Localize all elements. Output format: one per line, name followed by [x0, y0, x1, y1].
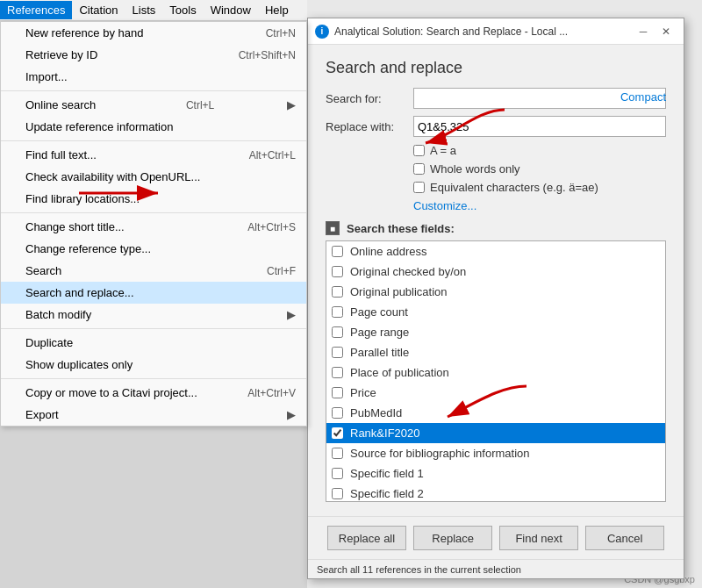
field-checkbox[interactable]	[332, 448, 343, 459]
dialog-titlebar: i Analytical Solution: Search and Replac…	[308, 18, 684, 45]
field-item[interactable]: Source for bibliographic information	[326, 443, 665, 463]
search-replace-dialog: i Analytical Solution: Search and Replac…	[307, 18, 684, 579]
separator-1	[1, 90, 306, 91]
field-checkbox[interactable]	[332, 286, 343, 298]
field-checkbox[interactable]	[332, 488, 343, 499]
dialog-title-text: Analytical Solution: Search and Replace …	[334, 25, 633, 38]
separator-5	[1, 378, 306, 379]
field-item[interactable]: Specific field 2	[326, 484, 665, 502]
dialog-statusbar: Search all 11 references in the current …	[308, 559, 684, 578]
statusbar-text: Search all 11 references in the current …	[317, 564, 521, 575]
replace-with-row: Replace with:	[326, 116, 666, 137]
menu-citation[interactable]: Citation	[72, 1, 125, 19]
checkbox-equivalent-row: Equivalent characters (e.g. ä=ae)	[326, 181, 666, 194]
replace-with-label: Replace with:	[326, 120, 413, 133]
field-checkbox[interactable]	[332, 266, 343, 277]
field-label: Original checked by/on	[350, 265, 466, 278]
menu-item-search[interactable]: Search Ctrl+F	[1, 260, 306, 282]
field-label: Rank&IF2020	[350, 427, 420, 440]
search-fields-section: ■ Search these fields: Online addressOri…	[326, 221, 666, 502]
field-item[interactable]: Specific field 1	[326, 463, 665, 484]
field-item[interactable]: PubMedId	[326, 403, 665, 423]
checkbox-a-equals-a-label: A = a	[430, 144, 456, 157]
search-for-label: Search for:	[326, 92, 413, 105]
field-item[interactable]: Page range	[326, 322, 665, 342]
menu-item-change-short-title[interactable]: Change short title... Alt+Ctrl+S	[1, 216, 306, 238]
compact-link[interactable]: Compact	[620, 90, 666, 104]
field-label: Source for bibliographic information	[350, 447, 530, 460]
field-label: Specific field 1	[350, 467, 424, 480]
find-next-button[interactable]: Find next	[499, 526, 578, 550]
menu-item-find-library[interactable]: Find library locations...	[1, 188, 306, 210]
menu-item-export[interactable]: Export ▶	[1, 404, 306, 426]
field-item[interactable]: Original checked by/on	[326, 262, 665, 282]
menu-item-import[interactable]: Import...	[1, 66, 306, 88]
menu-item-online-search[interactable]: Online search Ctrl+L ▶	[1, 94, 306, 116]
menu-item-retrieve-id[interactable]: Retrieve by ID Ctrl+Shift+N	[1, 44, 306, 66]
checkbox-a-equals-a[interactable]	[413, 145, 425, 156]
field-item[interactable]: Parallel title	[326, 342, 665, 362]
close-button[interactable]: ✕	[655, 23, 677, 40]
checkbox-equivalent-label: Equivalent characters (e.g. ä=ae)	[430, 181, 598, 194]
field-label: Place of publication	[350, 366, 449, 379]
dialog-buttons: Replace all Replace Find next Cancel	[308, 516, 684, 559]
menu-item-find-full-text[interactable]: Find full text... Alt+Ctrl+L	[1, 144, 306, 166]
menu-item-change-reference-type[interactable]: Change reference type...	[1, 238, 306, 260]
replace-button[interactable]: Replace	[413, 526, 492, 550]
menu-item-search-replace[interactable]: Search and replace...	[1, 282, 306, 304]
customize-link[interactable]: Customize...	[326, 199, 666, 212]
field-item[interactable]: Rank&IF2020	[326, 423, 665, 443]
field-checkbox[interactable]	[332, 407, 343, 419]
menu-item-new-reference[interactable]: New reference by hand Ctrl+N	[1, 22, 306, 44]
select-all-fields-checkbox[interactable]: ■	[326, 221, 340, 235]
dialog-icon: i	[315, 25, 329, 39]
separator-3	[1, 212, 306, 213]
checkbox-equivalent[interactable]	[413, 182, 425, 193]
field-checkbox[interactable]	[332, 387, 343, 398]
menu-item-copy-move[interactable]: Copy or move to a Citavi project... Alt+…	[1, 382, 306, 404]
field-item[interactable]: Price	[326, 383, 665, 403]
replace-with-input[interactable]	[413, 116, 666, 137]
menu-help[interactable]: Help	[258, 1, 296, 19]
menu-item-show-duplicates[interactable]: Show duplicates only	[1, 354, 306, 376]
replace-all-button[interactable]: Replace all	[327, 526, 406, 550]
menubar: References Citation Lists Tools Window H…	[0, 0, 307, 21]
checkbox-whole-words[interactable]	[413, 163, 425, 175]
minimize-button[interactable]: ─	[633, 23, 654, 40]
field-item[interactable]: Online address	[326, 241, 665, 262]
field-label: Specific field 2	[350, 487, 424, 500]
field-label: Online address	[350, 245, 426, 258]
menu-references[interactable]: References	[0, 1, 72, 19]
field-item[interactable]: Place of publication	[326, 362, 665, 383]
field-item[interactable]: Page count	[326, 302, 665, 322]
search-for-row: Search for:	[326, 88, 666, 109]
separator-4	[1, 328, 306, 329]
field-label: Parallel title	[350, 346, 409, 359]
field-checkbox[interactable]	[332, 246, 343, 257]
field-label: Page range	[350, 326, 409, 339]
checkbox-whole-words-label: Whole words only	[430, 162, 520, 176]
fields-list[interactable]: Online addressOriginal checked by/onOrig…	[326, 240, 666, 502]
field-label: PubMedId	[350, 406, 402, 419]
cancel-button[interactable]: Cancel	[585, 526, 664, 550]
dropdown-menu: New reference by hand Ctrl+N Retrieve by…	[0, 21, 307, 427]
field-checkbox[interactable]	[332, 326, 343, 338]
dialog-main-title: Search and replace	[326, 59, 666, 77]
dialog-content: Search and replace Compact Search for: R…	[308, 45, 684, 516]
checkbox-whole-words-row: Whole words only	[326, 162, 666, 176]
menu-item-duplicate[interactable]: Duplicate	[1, 332, 306, 354]
menu-item-batch-modify[interactable]: Batch modify ▶	[1, 304, 306, 326]
field-label: Page count	[350, 305, 408, 319]
field-checkbox[interactable]	[332, 367, 343, 378]
menu-item-check-openurl[interactable]: Check availability with OpenURL...	[1, 166, 306, 188]
field-item[interactable]: Original publication	[326, 282, 665, 302]
search-fields-header: ■ Search these fields:	[326, 221, 666, 235]
menu-tools[interactable]: Tools	[162, 1, 203, 19]
field-checkbox[interactable]	[332, 427, 343, 439]
field-checkbox[interactable]	[332, 468, 343, 479]
menu-item-update-reference[interactable]: Update reference information	[1, 116, 306, 138]
menu-window[interactable]: Window	[204, 1, 258, 19]
menu-lists[interactable]: Lists	[125, 1, 163, 19]
field-checkbox[interactable]	[332, 347, 343, 358]
field-checkbox[interactable]	[332, 306, 343, 318]
